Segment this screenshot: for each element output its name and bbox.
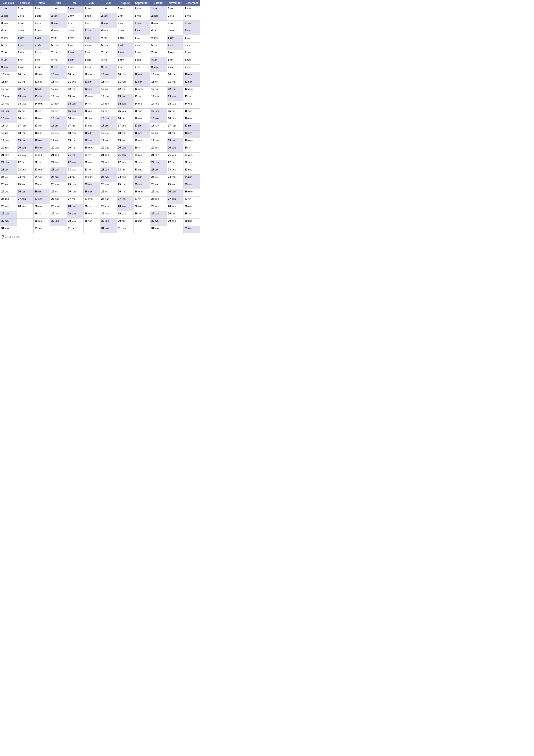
calendar-cell: 24 MAN — [0, 175, 17, 182]
day-label: SØN — [188, 132, 192, 134]
calendar-cell: 11 FRE — [33, 79, 50, 87]
day-label: LØR — [88, 132, 92, 134]
calendar-cell: 26 TOR — [67, 189, 83, 197]
calendar-cell: 18 FRE — [33, 131, 50, 138]
calendar-cell: 7 MAN — [167, 50, 184, 57]
day-label: MAN — [88, 198, 92, 200]
day-label: FRE — [188, 169, 192, 171]
day-number: 27 — [151, 198, 154, 201]
day-label: TIR — [104, 88, 108, 90]
calendar-cell: 22 MAN — [117, 160, 133, 167]
calendar-cell: 12 SØN — [84, 87, 100, 94]
day-label: SØN — [104, 176, 109, 178]
calendar-cell: 23 LØR — [100, 167, 117, 175]
day-label: MAN — [171, 205, 176, 207]
day-label: MAN — [4, 176, 9, 178]
calendar-cell: 18 MAN — [50, 131, 67, 138]
calendar-cell: 30 ONS — [167, 219, 184, 226]
day-label: FRE — [4, 154, 9, 156]
day-label: ONS — [71, 183, 76, 186]
day-number: 29 — [151, 212, 154, 215]
day-number: 31 — [185, 227, 187, 230]
day-number: 1 — [18, 7, 19, 10]
calendar-cell: 13 ONS — [50, 94, 67, 101]
day-label: SØN — [88, 191, 92, 193]
day-number: 15 — [168, 109, 171, 113]
day-label: TIR — [104, 191, 108, 193]
calendar-cell: 28 TIR — [84, 204, 100, 211]
calendar-cell: 27 LØR — [117, 197, 133, 204]
calendar-cell: 26 TIR — [50, 189, 67, 197]
day-number: 9 — [135, 66, 136, 68]
day-number: 14 — [151, 102, 154, 105]
day-label: FRE — [53, 59, 58, 61]
day-number: 19 — [185, 139, 187, 142]
calendar-cell: 21 TOR — [100, 152, 117, 160]
calendar-cell: 13 TIR — [134, 94, 150, 101]
footer: 7 CALENDAR — [0, 233, 200, 241]
calendar-cell: 6 SØN — [167, 43, 184, 50]
day-label: LØR — [69, 51, 74, 54]
calendar-cell: 17 SØN — [50, 123, 67, 131]
calendar-cell: 7 TOR — [50, 50, 67, 57]
day-label: LØR — [153, 8, 157, 10]
day-label: LØR — [55, 118, 59, 120]
day-number: 22 — [35, 161, 38, 164]
day-label: FRE — [21, 81, 26, 83]
day-label: FRE — [138, 220, 142, 222]
day-label: MAN — [104, 81, 109, 83]
day-number: 22 — [18, 161, 21, 164]
day-label: SØN — [104, 228, 109, 230]
day-label: FRE — [171, 132, 175, 134]
calendar-cell: 23 TIR — [117, 167, 133, 175]
day-number: 11 — [101, 80, 104, 83]
calendar-cell: 13 MAN — [84, 94, 100, 101]
calendar-cell: 2 TOR — [84, 14, 100, 21]
day-label: LØR — [120, 44, 124, 46]
day-label: TOR — [188, 161, 192, 164]
day-number: 9 — [1, 66, 3, 68]
day-number: 9 — [185, 66, 186, 68]
day-number: 6 — [151, 43, 153, 46]
day-label: FRE — [20, 30, 24, 32]
day-number: 12 — [68, 88, 71, 91]
day-number: 11 — [168, 80, 171, 83]
calendar-cell: 19 FRE — [117, 138, 133, 145]
day-label: TOR — [55, 205, 59, 207]
day-number: 7 — [35, 51, 36, 54]
day-number: 5 — [85, 36, 86, 39]
calendar-cell: 9 ONS — [17, 65, 33, 72]
day-label: LØR — [21, 88, 26, 90]
calendar-cell: 14 MAN — [17, 101, 33, 109]
calendar-cell: 5 MAN — [184, 35, 200, 43]
day-label: TIR — [138, 198, 141, 200]
day-number: 24 — [35, 176, 38, 178]
calendar-cell: 27 TOR — [150, 197, 167, 204]
day-number: 22 — [85, 161, 88, 164]
day-number: 14 — [68, 102, 71, 105]
day-label: TIR — [104, 139, 108, 142]
calendar-cell: 2 FRE — [134, 14, 150, 21]
day-label: FRE — [188, 220, 192, 222]
calendar-cell: 7 SØN — [117, 50, 133, 57]
day-number: 28 — [18, 205, 21, 208]
day-label: FRE — [55, 161, 59, 164]
calendar-cell: 29 MAN — [117, 211, 133, 219]
day-number: 30 — [135, 219, 138, 222]
day-number: 13 — [1, 95, 4, 98]
day-label: LØR — [4, 161, 9, 164]
calendar-cell: 25 LØR — [84, 182, 100, 189]
day-label: TOR — [188, 213, 192, 215]
day-number: 15 — [185, 109, 187, 113]
day-label: FRE — [71, 147, 76, 149]
day-label: MAN — [188, 191, 193, 193]
day-label: ONS — [38, 220, 42, 222]
day-number: 18 — [118, 131, 121, 134]
day-label: LØR — [3, 59, 8, 61]
day-label: TOR — [186, 8, 191, 10]
calendar-cell: 6 SØN — [17, 43, 33, 50]
day-label: FRE — [170, 30, 174, 32]
day-number: 7 — [85, 51, 86, 54]
calendar-cell: 25 MAN — [50, 182, 67, 189]
day-label: MAN — [21, 154, 26, 156]
